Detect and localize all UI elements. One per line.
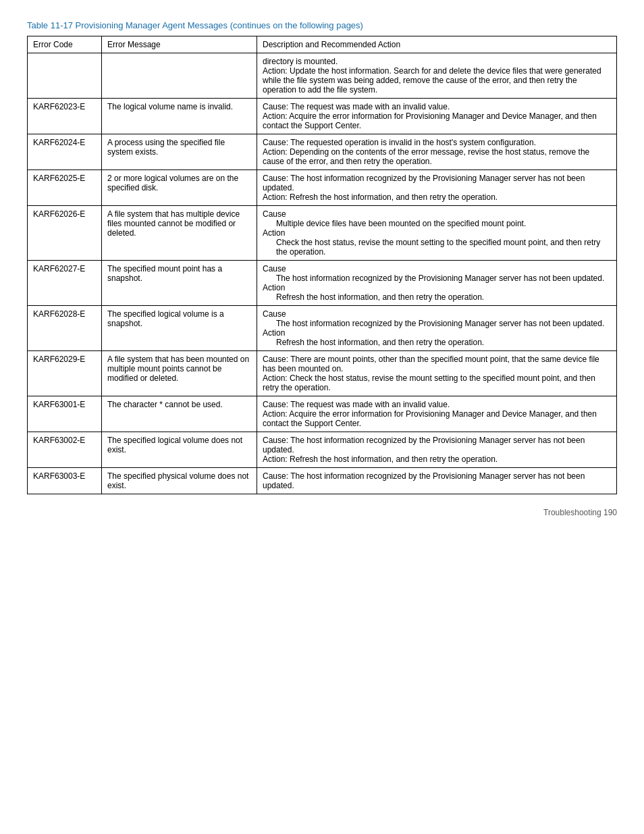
description-cell: Cause: The request was made with an inva… xyxy=(257,99,617,134)
table-row: KARF63002-EThe specified logical volume … xyxy=(28,432,617,468)
error-message-cell: The specified logical volume is a snapsh… xyxy=(102,306,257,351)
error-message-cell: The specified mount point has a snapshot… xyxy=(102,261,257,306)
error-message-cell: A file system that has been mounted on m… xyxy=(102,351,257,396)
table-row: KARF62026-EA file system that has multip… xyxy=(28,206,617,261)
error-code-cell xyxy=(28,53,102,99)
error-message-cell: The specified physical volume does not e… xyxy=(102,468,257,494)
description-cell: Cause: The requested operation is invali… xyxy=(257,134,617,170)
error-message-cell: A file system that has multiple device f… xyxy=(102,206,257,261)
table-row: KARF62024-EA process using the specified… xyxy=(28,134,617,170)
table-row: directory is mounted.Action: Update the … xyxy=(28,53,617,99)
description-cell: Cause: The host information recognized b… xyxy=(257,432,617,468)
error-message-cell: 2 or more logical volumes are on the spe… xyxy=(102,170,257,206)
description-cell: CauseThe host information recognized by … xyxy=(257,306,617,351)
error-code-cell: KARF62026-E xyxy=(28,206,102,261)
table-row: KARF63001-EThe character * cannot be use… xyxy=(28,396,617,432)
table-row: KARF62029-EA file system that has been m… xyxy=(28,351,617,396)
error-code-cell: KARF62025-E xyxy=(28,170,102,206)
table-row: KARF62027-EThe specified mount point has… xyxy=(28,261,617,306)
error-code-cell: KARF63002-E xyxy=(28,432,102,468)
description-cell: Cause: The request was made with an inva… xyxy=(257,396,617,432)
error-code-cell: KARF62029-E xyxy=(28,351,102,396)
table-row: KARF62023-EThe logical volume name is in… xyxy=(28,99,617,134)
description-cell: directory is mounted.Action: Update the … xyxy=(257,53,617,99)
page-footer: Troubleshooting 190 xyxy=(27,508,617,517)
col-header-error-code: Error Code xyxy=(28,36,102,53)
col-header-description: Description and Recommended Action xyxy=(257,36,617,53)
main-table: Error Code Error Message Description and… xyxy=(27,36,617,494)
error-code-cell: KARF62028-E xyxy=(28,306,102,351)
table-row: KARF62025-E2 or more logical volumes are… xyxy=(28,170,617,206)
table-row: KARF63003-EThe specified physical volume… xyxy=(28,468,617,494)
error-message-cell: The specified logical volume does not ex… xyxy=(102,432,257,468)
table-row: KARF62028-EThe specified logical volume … xyxy=(28,306,617,351)
error-code-cell: KARF63003-E xyxy=(28,468,102,494)
description-cell: Cause: The host information recognized b… xyxy=(257,468,617,494)
error-code-cell: KARF62024-E xyxy=(28,134,102,170)
description-cell: Cause: The host information recognized b… xyxy=(257,170,617,206)
description-cell: CauseMultiple device files have been mou… xyxy=(257,206,617,261)
error-message-cell: The logical volume name is invalid. xyxy=(102,99,257,134)
error-message-cell: The character * cannot be used. xyxy=(102,396,257,432)
error-message-cell: A process using the specified file syste… xyxy=(102,134,257,170)
error-code-cell: KARF62023-E xyxy=(28,99,102,134)
col-header-error-message: Error Message xyxy=(102,36,257,53)
page-title: Table 11-17 Provisioning Manager Agent M… xyxy=(27,20,617,30)
description-cell: Cause: There are mount points, other tha… xyxy=(257,351,617,396)
description-cell: CauseThe host information recognized by … xyxy=(257,261,617,306)
error-message-cell xyxy=(102,53,257,99)
error-code-cell: KARF63001-E xyxy=(28,396,102,432)
error-code-cell: KARF62027-E xyxy=(28,261,102,306)
